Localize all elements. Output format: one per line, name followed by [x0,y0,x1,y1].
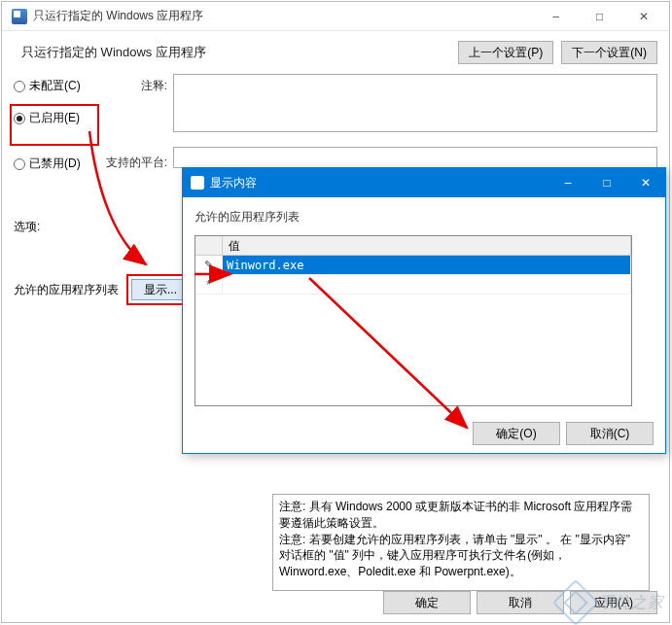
header-row: 只运行指定的 Windows 应用程序 上一个设置(P) 下一个设置(N) [14,41,657,64]
row-marker: * [195,275,223,294]
notes-area[interactable]: 注意: 具有 Windows 2000 或更新版本证书的非 Microsoft … [272,494,650,591]
watermark-text: 系统之家 [598,593,664,613]
row-marker-pencil-icon [195,256,223,274]
ok-button[interactable]: 确定 [383,591,471,614]
dialog-titlebar: 显示内容 – □ ✕ [183,168,665,197]
prev-setting-button[interactable]: 上一个设置(P) [458,41,553,64]
table-row[interactable] [195,256,631,275]
dialog-minimize-button[interactable]: – [548,168,587,197]
note-line: 注意: 若要创建允许的应用程序列表，请单击 "显示" 。 在 "显示内容" 对话… [279,532,643,580]
window-title: 只运行指定的 Windows 应用程序 [33,8,534,24]
main-titlebar: 只运行指定的 Windows 应用程序 – □ ✕ [2,2,669,31]
policy-icon [12,9,27,24]
dialog-icon [191,176,204,190]
platform-box[interactable] [173,147,657,168]
watermark: 系统之家 [559,586,664,619]
grid-column-header: 值 [223,236,631,255]
allowed-list-label: 允许的应用程序列表 [14,282,119,298]
dialog-body: 允许的应用程序列表 值 * 确定(O) 取消(C) [183,197,665,453]
dialog-title: 显示内容 [210,175,548,191]
radio-label: 已启用(E) [29,110,80,126]
dialog-list-label: 允许的应用程序列表 [195,209,654,226]
radio-not-configured[interactable]: 未配置(C) [14,78,93,94]
labels-col: 注释: 支持的平台: [103,74,167,186]
dialog-footer: 确定(O) 取消(C) [473,422,654,445]
platform-label: 支持的平台: [103,155,167,171]
highlight-enabled: 已启用(E) [10,104,99,146]
close-button[interactable]: ✕ [621,2,665,31]
watermark-logo-icon [552,579,599,625]
value-grid[interactable]: 值 * [195,235,632,406]
dialog-maximize-button[interactable]: □ [587,168,626,197]
row-value-cell[interactable] [223,275,631,294]
show-button[interactable]: 显示... [131,279,190,300]
table-row[interactable]: * [195,275,631,295]
dialog-ok-button[interactable]: 确定(O) [473,422,560,445]
radio-enabled[interactable]: 已启用(E) [14,110,91,126]
value-input[interactable] [223,256,630,274]
radio-group: 未配置(C) 已启用(E) 已禁用(D) [14,74,93,186]
comment-textarea[interactable] [173,74,657,132]
dialog-close-button[interactable]: ✕ [626,168,665,197]
grid-header: 值 [195,236,631,256]
next-setting-button[interactable]: 下一个设置(N) [561,41,657,64]
maximize-button[interactable]: □ [578,2,621,31]
dialog-cancel-button[interactable]: 取消(C) [566,422,654,445]
note-line: 注意: 具有 Windows 2000 或更新版本证书的非 Microsoft … [279,499,643,532]
comment-label: 注释: [103,78,167,94]
radio-icon [14,158,25,170]
radio-label: 已禁用(D) [29,156,81,172]
radio-icon [14,81,25,92]
page-title: 只运行指定的 Windows 应用程序 [21,44,450,61]
radio-disabled[interactable]: 已禁用(D) [14,156,93,172]
grid-corner-cell [195,236,223,255]
row-value-cell[interactable] [223,256,631,274]
radio-icon [14,113,25,124]
show-contents-dialog: 显示内容 – □ ✕ 允许的应用程序列表 值 * 确定(O) 取消(C) [182,167,666,454]
cancel-button[interactable]: 取消 [477,591,564,614]
radio-label: 未配置(C) [29,78,81,94]
minimize-button[interactable]: – [534,2,578,31]
